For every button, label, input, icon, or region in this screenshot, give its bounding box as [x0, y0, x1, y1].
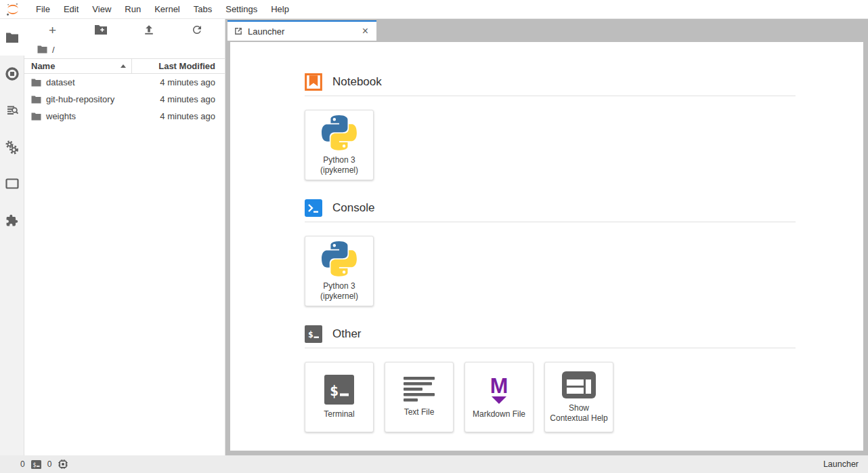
menu-run[interactable]: Run: [118, 0, 148, 19]
launcher-card-terminal[interactable]: $ Terminal: [305, 362, 374, 432]
sidebar-item-open-tabs[interactable]: [0, 165, 24, 202]
folder-icon: [31, 96, 41, 104]
file-modified: 4 minutes ago: [131, 94, 225, 104]
left-activity-bar: [0, 19, 24, 455]
svg-text:M: M: [490, 375, 508, 398]
terminal-icon: $: [324, 375, 354, 405]
new-launcher-button[interactable]: +: [43, 22, 62, 38]
file-browser-panel: +: [24, 19, 225, 455]
launcher-card-notebook-python3[interactable]: Python 3 (ipykernel): [305, 110, 374, 180]
section-divider: [305, 222, 796, 222]
section-console: Console Python 3 (ipy: [305, 199, 796, 306]
upload-button[interactable]: [139, 22, 158, 38]
svg-text:$: $: [308, 329, 313, 340]
menu-help[interactable]: Help: [264, 0, 296, 19]
launcher-card-markdown-file[interactable]: M Markdown File: [464, 362, 534, 432]
kernel-chip-icon: [58, 459, 68, 470]
launcher-card-show-contextual-help[interactable]: Show Contextual Help: [544, 362, 613, 432]
file-name: weights: [46, 111, 76, 121]
file-name: git-hub-repository: [46, 94, 114, 104]
launcher-card-text-file[interactable]: Text File: [385, 362, 454, 432]
refresh-button[interactable]: [188, 22, 207, 38]
terminal-icon: $: [31, 460, 41, 469]
section-title: Console: [332, 201, 374, 215]
kernel-count: 0: [47, 459, 52, 469]
upload-icon: [143, 24, 155, 36]
file-row-dataset[interactable]: dataset 4 minutes ago: [24, 74, 225, 91]
section-title: Notebook: [332, 75, 382, 89]
status-bar: 0 $ 0 Launcher: [0, 455, 868, 473]
new-folder-icon: [94, 24, 108, 35]
tabs-icon: [5, 178, 19, 190]
sort-ascending-icon: [121, 64, 126, 68]
terminals-kernels-indicator[interactable]: 0 $ 0: [20, 459, 68, 470]
menu-view[interactable]: View: [85, 0, 118, 19]
folder-icon: [31, 79, 41, 87]
contextual-help-icon: [562, 371, 596, 398]
tab-bar: Launcher ×: [225, 19, 868, 41]
launcher-panel: Notebook Python 3 (ip: [230, 42, 863, 451]
dock-body: Notebook Python 3 (ip: [225, 41, 868, 455]
tab-launcher[interactable]: Launcher ×: [227, 20, 376, 41]
menu-bar: File Edit View Run Kernel Tabs Settings …: [0, 0, 868, 19]
sidebar-item-property-inspector[interactable]: [0, 92, 24, 129]
launcher-card-console-python3[interactable]: Python 3 (ipykernel): [305, 236, 374, 306]
section-title: Other: [332, 327, 362, 341]
column-header-last-modified[interactable]: Last Modified: [131, 59, 225, 73]
card-label: Show Contextual Help: [550, 403, 607, 424]
markdown-icon: M: [483, 375, 515, 405]
stop-circle-icon: [5, 67, 19, 81]
gears-icon: [5, 140, 19, 155]
menu-file[interactable]: File: [29, 0, 57, 19]
close-icon[interactable]: ×: [360, 26, 371, 37]
notebook-icon: [305, 73, 322, 91]
folder-icon: [31, 112, 41, 121]
file-browser-toolbar: +: [24, 19, 225, 41]
jupyterlab-window: File Edit View Run Kernel Tabs Settings …: [0, 0, 868, 473]
column-header-name[interactable]: Name: [24, 59, 131, 73]
section-divider: [305, 96, 796, 96]
file-name: dataset: [46, 77, 75, 87]
puzzle-icon: [5, 214, 18, 227]
card-label: Python 3 (ipykernel): [320, 281, 358, 302]
console-icon: [305, 199, 322, 217]
tab-title: Launcher: [248, 26, 360, 37]
section-divider: [305, 348, 796, 348]
python-icon: [322, 241, 357, 276]
folder-icon: [5, 32, 19, 43]
sidebar-item-advanced-tools[interactable]: [0, 129, 24, 165]
current-activity-label: Launcher: [823, 459, 859, 469]
file-modified: 4 minutes ago: [131, 111, 225, 121]
jupyter-logo-icon: [5, 2, 20, 17]
dock-panel: Launcher × Notebook: [225, 19, 868, 455]
sidebar-item-running-terminals-kernels[interactable]: [0, 56, 24, 92]
python-icon: [322, 115, 357, 150]
card-label: Terminal: [324, 409, 354, 419]
sidebar-item-extension-manager[interactable]: [0, 202, 24, 239]
menu-kernel[interactable]: Kernel: [148, 0, 187, 19]
breadcrumb[interactable]: /: [24, 41, 225, 58]
card-label: Markdown File: [473, 409, 525, 419]
list-search-icon: [5, 104, 19, 117]
main-area: +: [0, 19, 868, 455]
section-notebook: Notebook Python 3 (ip: [305, 73, 796, 180]
menu-tabs[interactable]: Tabs: [187, 0, 219, 19]
menu-settings[interactable]: Settings: [219, 0, 264, 19]
file-row-weights[interactable]: weights 4 minutes ago: [24, 108, 225, 125]
card-label: Text File: [404, 407, 435, 417]
svg-text:$: $: [32, 461, 36, 468]
breadcrumb-path: /: [52, 45, 55, 55]
new-folder-button[interactable]: [91, 22, 110, 38]
terminal-count: 0: [20, 459, 25, 469]
home-folder-icon: [37, 45, 47, 54]
launcher-icon: [234, 26, 243, 36]
terminal-icon: $: [305, 325, 322, 343]
file-list-header: Name Last Modified: [24, 58, 225, 74]
file-row-git-hub-repository[interactable]: git-hub-repository 4 minutes ago: [24, 91, 225, 108]
plus-icon: +: [49, 24, 56, 37]
sidebar-item-file-browser[interactable]: [0, 19, 24, 56]
refresh-icon: [191, 24, 203, 36]
svg-text:$: $: [330, 382, 339, 399]
menu-edit[interactable]: Edit: [57, 0, 85, 19]
file-modified: 4 minutes ago: [131, 77, 225, 87]
